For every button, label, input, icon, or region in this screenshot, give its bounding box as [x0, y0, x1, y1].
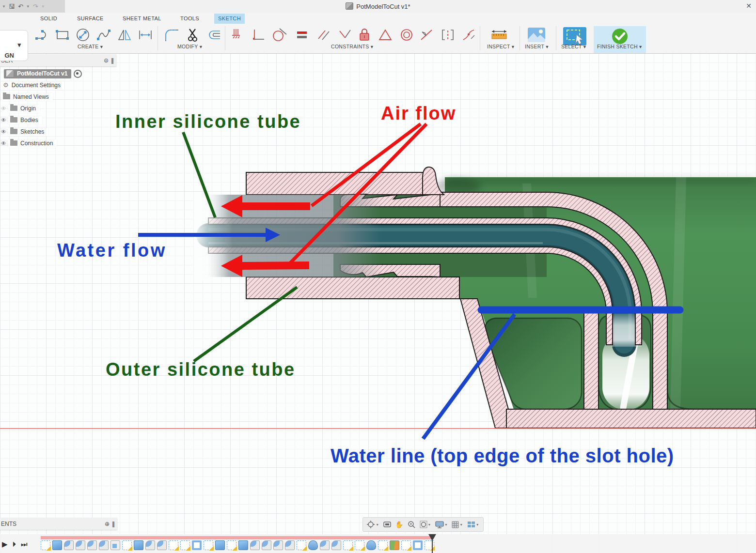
- measure-icon[interactable]: [489, 26, 508, 44]
- timeline-feature-sketch[interactable]: [227, 540, 236, 550]
- timeline-feature-sketch[interactable]: [401, 540, 411, 550]
- air-flow-label[interactable]: Air flow: [381, 103, 456, 124]
- panel-grip-icon[interactable]: ❚: [110, 57, 115, 64]
- mirror-icon[interactable]: [115, 26, 134, 44]
- browser-item-named-views[interactable]: Named Views: [1, 92, 53, 102]
- parallel-icon[interactable]: [314, 26, 332, 44]
- timeline-feature-fillet[interactable]: [320, 540, 330, 550]
- concentric-icon[interactable]: [397, 26, 416, 44]
- tab-tools[interactable]: TOOLS: [176, 14, 203, 24]
- timeline-feature-revolve[interactable]: [308, 540, 318, 550]
- comments-header[interactable]: ENTS ⊕ ❚: [0, 518, 117, 530]
- water-flow-label[interactable]: Water flow: [57, 240, 167, 261]
- pan-icon[interactable]: ✋: [395, 521, 403, 528]
- fillet-icon[interactable]: [162, 26, 181, 44]
- collinear-icon[interactable]: [417, 26, 436, 44]
- water-line-label[interactable]: Water line (top edge of the slot hole): [331, 445, 674, 467]
- eye-icon[interactable]: 👁: [1, 129, 6, 135]
- group-insert[interactable]: INSERT ▾: [525, 44, 549, 49]
- group-create[interactable]: CREATE ▾: [78, 44, 103, 49]
- timeline-feature-sketch[interactable]: [122, 540, 132, 550]
- browser-item-bodies[interactable]: 👁 Bodies: [1, 115, 42, 125]
- browser-item-root[interactable]: PotModelToCut v1: [4, 69, 82, 78]
- dimension-icon[interactable]: [136, 26, 155, 44]
- tab-sheet-metal[interactable]: SHEET METAL: [119, 14, 165, 24]
- orbit-icon[interactable]: ▼: [367, 521, 379, 529]
- insert-image-icon[interactable]: [527, 26, 545, 44]
- timeline-end-icon[interactable]: ⏭: [21, 540, 28, 549]
- circle-icon[interactable]: [74, 26, 92, 44]
- timeline-step-icon[interactable]: ⏵: [13, 540, 16, 549]
- timeline-feature-fillet[interactable]: [250, 540, 260, 550]
- eye-icon[interactable]: 👁: [1, 118, 6, 123]
- group-modify[interactable]: MODIFY ▾: [177, 44, 202, 49]
- triangle-icon[interactable]: [376, 26, 394, 44]
- timeline-feature-sketch[interactable]: [204, 540, 213, 550]
- timeline-feature-fillet[interactable]: [76, 540, 85, 550]
- trim-icon[interactable]: [184, 26, 202, 44]
- timeline-feature-sketch[interactable]: [378, 540, 388, 550]
- activate-radio-icon[interactable]: [74, 70, 82, 78]
- browser-item-construction[interactable]: 👁 Construction: [1, 138, 57, 148]
- equal-icon[interactable]: [293, 26, 311, 44]
- timeline-feature-extrude[interactable]: [52, 540, 62, 550]
- timeline-feature-fillet[interactable]: [87, 540, 97, 550]
- rectangle-icon[interactable]: [53, 26, 72, 44]
- eye-icon[interactable]: 👁: [1, 141, 6, 146]
- fit-icon[interactable]: ▼: [420, 521, 431, 528]
- add-comment-icon[interactable]: ⊕: [105, 521, 110, 527]
- lock-icon[interactable]: [355, 26, 374, 44]
- grid-settings-icon[interactable]: ▼: [452, 521, 463, 528]
- timeline-feature-sketch[interactable]: [343, 540, 353, 550]
- timeline-feature-sketch[interactable]: [41, 540, 50, 550]
- zoom-icon[interactable]: [408, 521, 415, 528]
- design-menu[interactable]: GN ▾: [0, 30, 28, 61]
- close-icon[interactable]: ✕: [744, 2, 753, 10]
- display-settings-icon[interactable]: ▼: [435, 521, 448, 528]
- tab-sketch[interactable]: SKETCH: [214, 14, 245, 24]
- perpendicular-icon[interactable]: [249, 26, 268, 44]
- symmetry-icon[interactable]: [335, 26, 354, 44]
- timeline-feature-extrude[interactable]: [134, 540, 143, 550]
- timeline-playhead[interactable]: [428, 534, 436, 553]
- timeline-feature-shell[interactable]: [192, 540, 202, 550]
- timeline-feature-sketch[interactable]: [355, 540, 364, 550]
- timeline-play-icon[interactable]: ▶: [2, 540, 8, 549]
- tab-surface[interactable]: SURFACE: [73, 14, 108, 24]
- timeline-feature-fillet[interactable]: [157, 540, 167, 550]
- timeline-feature-fillet[interactable]: [285, 540, 295, 550]
- tab-solid[interactable]: SOLID: [36, 14, 61, 24]
- browser-item-origin[interactable]: 👁 Origin: [1, 104, 40, 113]
- spline-icon[interactable]: [94, 26, 113, 44]
- outer-silicone-tube-label[interactable]: Outer silicone tube: [106, 359, 296, 380]
- group-constraints[interactable]: CONSTRAINTS ▾: [331, 44, 373, 49]
- timeline-feature-fillet[interactable]: [99, 540, 109, 550]
- browser-item-sketches[interactable]: 👁 Sketches: [1, 127, 48, 137]
- timeline-feature-fillet[interactable]: [262, 540, 271, 550]
- group-select[interactable]: SELECT ▾: [561, 44, 586, 49]
- timeline-feature-sketch[interactable]: [169, 540, 178, 550]
- tangent-icon[interactable]: [270, 26, 289, 44]
- inner-silicone-tube-label[interactable]: Inner silicone tube: [115, 111, 301, 132]
- eye-off-icon[interactable]: 👁: [1, 106, 6, 111]
- browser-item-document-settings[interactable]: ⚙ Document Settings: [1, 80, 64, 90]
- timeline-feature-fillet[interactable]: [145, 540, 155, 550]
- panel-grip-icon[interactable]: ❚: [111, 521, 116, 527]
- line-icon[interactable]: [32, 26, 51, 44]
- timeline-feature-extrude[interactable]: [238, 540, 248, 550]
- timeline-feature-fillet[interactable]: [64, 540, 74, 550]
- group-finish-sketch[interactable]: FINISH SKETCH ▾: [597, 44, 642, 49]
- midpoint-icon[interactable]: [439, 26, 457, 44]
- look-at-icon[interactable]: [383, 521, 391, 528]
- timeline-feature-sketch[interactable]: [180, 540, 190, 550]
- select-tool-icon[interactable]: [563, 27, 586, 46]
- timeline-feature-split[interactable]: [390, 540, 399, 550]
- timeline-feature-revolve[interactable]: [366, 540, 376, 550]
- timeline-feature-fillet[interactable]: [331, 540, 341, 550]
- group-inspect[interactable]: INSPECT ▾: [487, 44, 514, 49]
- offset-icon[interactable]: [205, 26, 223, 44]
- timeline-feature-fillet[interactable]: [273, 540, 283, 550]
- viewports-icon[interactable]: ▼: [467, 521, 479, 528]
- timeline-feature-extrude[interactable]: [215, 540, 225, 550]
- curvature-icon[interactable]: [459, 26, 478, 44]
